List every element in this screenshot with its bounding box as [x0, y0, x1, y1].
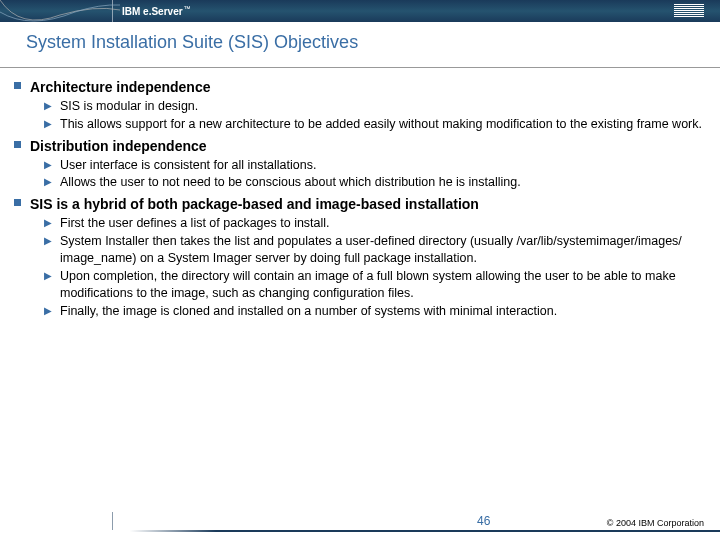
- list-item: ▶ Upon completion, the directory will co…: [44, 268, 702, 302]
- item-text: User interface is consistent for all ins…: [60, 157, 316, 174]
- section-heading: Architecture independence: [14, 78, 702, 97]
- triangle-bullet-icon: ▶: [44, 158, 54, 174]
- square-bullet-icon: [14, 199, 21, 206]
- item-text: This allows support for a new architectu…: [60, 116, 702, 133]
- footer-divider: [112, 512, 113, 530]
- item-text: System Installer then takes the list and…: [60, 233, 702, 267]
- triangle-bullet-icon: ▶: [44, 269, 54, 302]
- list-item: ▶ Finally, the image is cloned and insta…: [44, 303, 702, 320]
- item-text: SIS is modular in design.: [60, 98, 198, 115]
- sub-list: ▶ First the user defines a list of packa…: [44, 215, 702, 319]
- list-item: ▶ Allows the user to not need to be cons…: [44, 174, 702, 191]
- item-text: Allows the user to not need to be consci…: [60, 174, 521, 191]
- wordmark-suffix: Server: [151, 6, 182, 17]
- section-heading: Distribution independence: [14, 137, 702, 156]
- item-text: Finally, the image is cloned and install…: [60, 303, 557, 320]
- ibm-logo: [674, 4, 704, 17]
- trademark-symbol: ™: [184, 5, 191, 12]
- section-heading: SIS is a hybrid of both package-based an…: [14, 195, 702, 214]
- copyright-text: © 2004 IBM Corporation: [607, 518, 704, 528]
- sub-list: ▶ User interface is consistent for all i…: [44, 157, 702, 192]
- heading-text: Distribution independence: [30, 137, 207, 156]
- title-block: System Installation Suite (SIS) Objectiv…: [0, 22, 720, 61]
- list-item: ▶ This allows support for a new architec…: [44, 116, 702, 133]
- wordmark-prefix: IBM e.: [122, 6, 151, 17]
- square-bullet-icon: [14, 82, 21, 89]
- triangle-bullet-icon: ▶: [44, 99, 54, 115]
- page-number: 46: [477, 514, 490, 528]
- heading-text: Architecture independence: [30, 78, 211, 97]
- triangle-bullet-icon: ▶: [44, 216, 54, 232]
- header-divider: [112, 0, 113, 22]
- triangle-bullet-icon: ▶: [44, 234, 54, 267]
- footer: 46 © 2004 IBM Corporation: [0, 510, 720, 532]
- triangle-bullet-icon: ▶: [44, 117, 54, 133]
- triangle-bullet-icon: ▶: [44, 175, 54, 191]
- square-bullet-icon: [14, 141, 21, 148]
- content-body: Architecture independence ▶ SIS is modul…: [0, 68, 720, 319]
- list-item: ▶ First the user defines a list of packa…: [44, 215, 702, 232]
- item-text: Upon completion, the directory will cont…: [60, 268, 702, 302]
- list-item: ▶ SIS is modular in design.: [44, 98, 702, 115]
- product-wordmark: IBM e.Server™: [122, 5, 191, 17]
- list-item: ▶ System Installer then takes the list a…: [44, 233, 702, 267]
- sub-list: ▶ SIS is modular in design. ▶ This allow…: [44, 98, 702, 133]
- footer-bar: [0, 530, 720, 532]
- heading-text: SIS is a hybrid of both package-based an…: [30, 195, 479, 214]
- list-item: ▶ User interface is consistent for all i…: [44, 157, 702, 174]
- item-text: First the user defines a list of package…: [60, 215, 330, 232]
- triangle-bullet-icon: ▶: [44, 304, 54, 320]
- header-bar: IBM e.Server™: [0, 0, 720, 22]
- page-title: System Installation Suite (SIS) Objectiv…: [26, 32, 720, 53]
